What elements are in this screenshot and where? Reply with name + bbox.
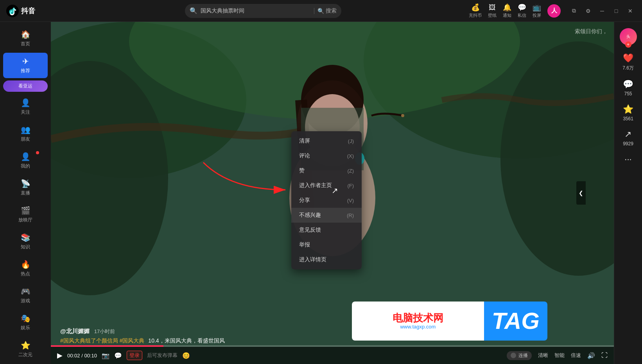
menu-shortcut-clear: (J) (348, 138, 354, 144)
sidebar-item-asiangames[interactable]: 看亚运 (3, 80, 48, 92)
comment-icon: 💬 (623, 79, 633, 89)
ctrl-qingxi[interactable]: 清晰 (538, 352, 548, 359)
menu-shortcut-author: (F) (347, 183, 354, 189)
message-icon: 💬 (518, 3, 526, 12)
player-controls: ▶ 00:02 / 00:10 📷 💬 登录 后可发布弹幕 😊 连播 清晰 (51, 347, 614, 364)
video-info: @北川媚媚 17小时前 #国风大典组了个颜信局 #国风大典 10.4，来国风大典… (60, 328, 225, 344)
more-icon: ··· (624, 154, 631, 164)
video-time-ago: 17小时前 (94, 328, 115, 334)
cast-icon: 📺 (533, 3, 541, 12)
danmu-icon[interactable]: 💬 (114, 352, 122, 359)
tiktok-logo-icon (6, 5, 19, 17)
window-controls: ⧉ ⚙ ─ □ ✕ (568, 5, 636, 16)
right-comment[interactable]: 💬 755 (623, 79, 633, 96)
knowledge-icon: 📚 (21, 233, 30, 242)
search-box[interactable]: 🔍 国风大典抽票时间 🔍 搜索 (185, 4, 341, 18)
search-button[interactable]: 🔍 搜索 (317, 7, 337, 14)
action-label-message: 私信 (518, 12, 526, 18)
action-wallpaper[interactable]: 🖼 壁纸 (488, 4, 497, 18)
action-chongdoubi[interactable]: 💰 充抖币 (469, 3, 482, 18)
sidebar-label-follow: 关注 (21, 109, 30, 116)
menu-label-like: 赞 (299, 167, 305, 174)
home-icon: 🏠 (21, 30, 30, 39)
sidebar-item-hot[interactable]: 🔥 热点 (3, 256, 48, 281)
ctrl-zhineng[interactable]: 智能 (554, 352, 565, 359)
sidebar-item-live[interactable]: 📡 直播 (3, 175, 48, 200)
menu-item-notinterested[interactable]: 不感兴趣 (R) (291, 208, 362, 223)
sidebar-item-games[interactable]: 🎮 游戏 (3, 283, 48, 308)
sidebar-item-friends[interactable]: 👥 朋友 (3, 121, 48, 146)
menu-shortcut-like: (Z) (347, 168, 354, 174)
logo-area: 抖音 (6, 5, 57, 17)
minimize-button[interactable]: ─ (597, 5, 608, 16)
collapse-panel-button[interactable]: ❮ (576, 181, 586, 205)
live-icon: 📡 (21, 179, 30, 188)
like-count: 7.6万 (622, 65, 634, 71)
sidebar: 🏠 首页 ✈ 推荐 看亚运 👤 关注 👥 朋友 👤 我的 📡 直播 🎬 (0, 22, 51, 364)
context-menu: 清屏 (J) 评论 (X) 赞 (Z) 进入作者主页 (F) 分享 (V) (291, 131, 362, 269)
action-label-notify: 通知 (503, 12, 511, 18)
menu-item-feedback[interactable]: 意见反馈 (291, 223, 362, 237)
user-avatar[interactable]: 人 (547, 4, 561, 18)
sidebar-item-home[interactable]: 🏠 首页 (3, 26, 48, 51)
right-favorite[interactable]: ⭐ 3561 (623, 104, 633, 121)
sidebar-item-entertainment[interactable]: 🎭 娱乐 (3, 310, 48, 335)
ctrl-beisu[interactable]: 倍速 (571, 352, 581, 359)
menu-item-author[interactable]: 进入作者主页 (F) (291, 178, 362, 193)
toggle-label-lianbo: 连播 (518, 352, 528, 359)
menu-item-clear[interactable]: 清屏 (J) (291, 134, 362, 148)
fullscreen-icon[interactable]: ⛶ (601, 352, 608, 359)
right-avatar[interactable]: 头 + (620, 28, 637, 45)
sidebar-item-follow[interactable]: 👤 关注 (3, 94, 48, 120)
toggle-lianbo[interactable]: 连播 (507, 351, 532, 360)
menu-item-detail[interactable]: 进入详情页 (291, 252, 362, 267)
menu-item-like[interactable]: 赞 (Z) (291, 163, 362, 178)
search-icon: 🔍 (190, 7, 197, 14)
close-button[interactable]: ✕ (625, 5, 636, 16)
mouse-cursor: ↗ (332, 186, 338, 195)
menu-item-share[interactable]: 分享 (V) (291, 193, 362, 208)
screenshot-icon[interactable]: 📷 (102, 352, 109, 359)
content-area: 索颌日你们， 清屏 (J) 评论 (X) 赞 (Z) 进入作者主页 (F) (51, 22, 614, 364)
time-current: 00:02 (67, 353, 80, 359)
action-notify[interactable]: 🔔 通知 (503, 3, 511, 18)
right-share[interactable]: ↗ 9929 (623, 129, 633, 146)
action-cast[interactable]: 📺 投屏 (533, 3, 541, 18)
settings-button[interactable]: ⚙ (583, 5, 594, 16)
controls-right: 连播 清晰 智能 倍速 🔊 ⛶ (507, 351, 608, 360)
watermark-url: www.tagxp.com (400, 324, 436, 330)
sidebar-item-mine[interactable]: 👤 我的 (3, 148, 48, 173)
sidebar-item-cinema[interactable]: 🎬 放映厅 (3, 202, 48, 227)
sidebar-label-knowledge: 知识 (21, 244, 30, 250)
menu-label-comment: 评论 (299, 152, 310, 159)
watermark-site-name: 电脑技术网 (393, 312, 443, 324)
action-label-cast: 投屏 (533, 12, 541, 18)
sidebar-label-recommend: 推荐 (21, 68, 30, 74)
time-total: 00:10 (84, 353, 97, 359)
maximize-button[interactable]: □ (611, 5, 622, 16)
right-like[interactable]: ❤️ 7.6万 (622, 53, 634, 71)
right-more[interactable]: ··· (624, 154, 631, 164)
app-title: 抖音 (21, 6, 35, 16)
pip-button[interactable]: ⧉ (568, 5, 579, 16)
danmu-hint: 后可发布弹幕 (147, 352, 178, 359)
sidebar-item-recommend[interactable]: ✈ 推荐 (3, 53, 48, 78)
play-button[interactable]: ▶ (57, 351, 63, 360)
sidebar-item-anime[interactable]: ⭐ 二次元 (3, 337, 48, 362)
favorite-count: 3561 (623, 116, 633, 121)
emoji-icon[interactable]: 😊 (182, 352, 190, 359)
favorite-icon: ⭐ (623, 104, 633, 114)
menu-item-comment[interactable]: 评论 (X) (291, 148, 362, 163)
sidebar-label-anime: 二次元 (18, 352, 32, 358)
danmu-login-label[interactable]: 登录 (127, 351, 142, 360)
topbar: 抖音 🔍 国风大典抽票时间 🔍 搜索 💰 充抖币 🖼 壁纸 🔔 通知 💬 私 (0, 0, 642, 22)
volume-icon[interactable]: 🔊 (587, 352, 595, 359)
menu-shortcut-comment: (X) (347, 153, 354, 159)
share-count: 9929 (623, 141, 633, 146)
search-btn-icon: 🔍 (317, 8, 324, 14)
action-message[interactable]: 💬 私信 (518, 3, 526, 18)
video-background[interactable]: 索颌日你们， 清屏 (J) 评论 (X) 赞 (Z) 进入作者主页 (F) (51, 22, 614, 364)
sidebar-item-knowledge[interactable]: 📚 知识 (3, 229, 48, 254)
menu-item-report[interactable]: 举报 (291, 237, 362, 252)
mine-icon: 👤 (21, 152, 30, 161)
